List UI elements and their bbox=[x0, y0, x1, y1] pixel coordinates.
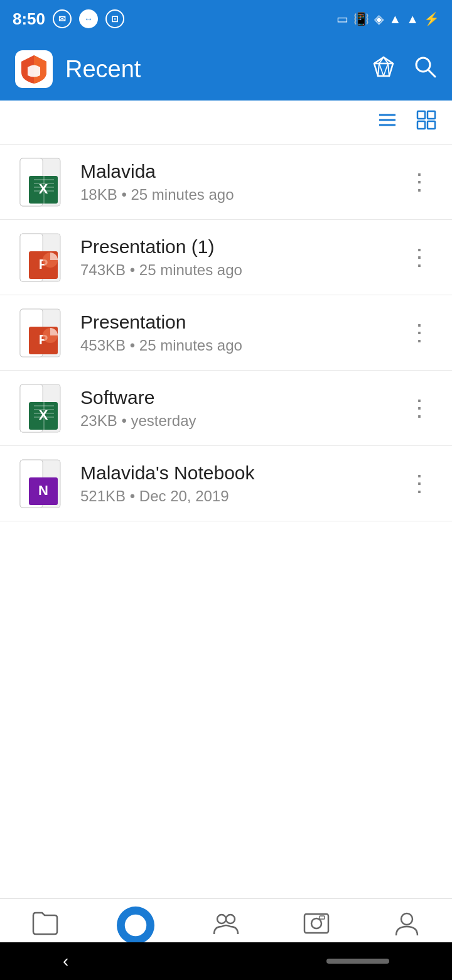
svg-point-54 bbox=[226, 915, 235, 923]
more-options-button[interactable]: ⋮ bbox=[402, 238, 437, 277]
svg-rect-57 bbox=[320, 916, 325, 919]
grid-view-icon[interactable] bbox=[416, 109, 437, 136]
file-meta: 23KB • yesterday bbox=[80, 412, 402, 430]
folder-icon bbox=[28, 906, 62, 940]
app-bar: Recent bbox=[0, 38, 452, 101]
more-options-button[interactable]: ⋮ bbox=[402, 389, 437, 428]
status-right-icons: ▭ 📳 ◈ ▲ ▲ ⚡ bbox=[336, 11, 439, 26]
svg-rect-15 bbox=[417, 121, 425, 129]
file-item[interactable]: N Malavida's Notebook 521KB • Dec 20, 20… bbox=[0, 446, 452, 521]
svg-rect-21 bbox=[34, 195, 45, 204]
system-nav-bar: ‹ bbox=[0, 942, 452, 980]
svg-line-7 bbox=[384, 63, 388, 76]
clock: 8:50 bbox=[13, 9, 45, 29]
people-icon bbox=[209, 906, 243, 940]
svg-rect-16 bbox=[428, 121, 435, 129]
battery-icon: ⚡ bbox=[424, 11, 439, 26]
signal-icon: ▲ bbox=[406, 12, 419, 26]
file-item[interactable]: X Software 23KB • yesterday ⋮ bbox=[0, 371, 452, 446]
file-info: Malavida's Notebook 521KB • Dec 20, 2019 bbox=[80, 462, 402, 505]
file-info: Presentation 453KB • 25 minutes ago bbox=[80, 312, 402, 354]
person-icon bbox=[390, 906, 424, 940]
svg-marker-0 bbox=[374, 57, 393, 76]
page-title: Recent bbox=[65, 56, 359, 83]
back-button[interactable]: ‹ bbox=[63, 951, 68, 971]
file-item[interactable]: P Presentation 453KB • 25 minutes ago ⋮ bbox=[0, 295, 452, 371]
photo-icon bbox=[299, 906, 333, 940]
svg-point-56 bbox=[311, 918, 321, 928]
more-options-button[interactable]: ⋮ bbox=[402, 464, 437, 503]
nav-icon: ◈ bbox=[374, 11, 384, 26]
svg-line-5 bbox=[388, 63, 389, 76]
svg-point-53 bbox=[217, 915, 226, 923]
home-indicator[interactable] bbox=[326, 959, 389, 964]
file-item[interactable]: P Presentation (1) 743KB • 25 minutes ag… bbox=[0, 220, 452, 295]
file-icon: N bbox=[15, 459, 65, 509]
file-icon: P bbox=[15, 232, 65, 283]
svg-point-58 bbox=[401, 913, 412, 925]
file-info: Malavida 18KB • 25 minutes ago bbox=[80, 161, 402, 204]
svg-line-4 bbox=[378, 63, 379, 76]
svg-line-6 bbox=[379, 63, 384, 76]
file-item[interactable]: X Malavida 18KB • 25 minutes ago ⋮ bbox=[0, 144, 452, 220]
file-meta: 743KB • 25 minutes ago bbox=[80, 261, 402, 279]
svg-line-9 bbox=[428, 70, 435, 77]
file-info: Software 23KB • yesterday bbox=[80, 387, 402, 430]
wifi-icon: ▲ bbox=[389, 12, 401, 26]
toolbar bbox=[0, 101, 452, 144]
file-list: X Malavida 18KB • 25 minutes ago ⋮ P bbox=[0, 144, 452, 647]
cast-icon: ▭ bbox=[336, 11, 348, 26]
file-name: Presentation bbox=[80, 312, 402, 333]
file-name: Malavida bbox=[80, 161, 402, 182]
svg-rect-14 bbox=[428, 111, 435, 119]
file-meta: 521KB • Dec 20, 2019 bbox=[80, 487, 402, 505]
status-bar: 8:50 ✉ ↔ ⊡ ▭ 📳 ◈ ▲ ▲ ⚡ bbox=[0, 0, 452, 38]
message-icon: ✉ bbox=[53, 9, 72, 28]
screenshot-icon: ⊡ bbox=[105, 9, 124, 28]
file-icon: X bbox=[15, 383, 65, 433]
vpn-icon: ↔ bbox=[79, 9, 98, 28]
svg-text:N: N bbox=[38, 482, 48, 498]
app-logo bbox=[15, 50, 53, 88]
file-meta: 453KB • 25 minutes ago bbox=[80, 337, 402, 354]
more-options-button[interactable]: ⋮ bbox=[402, 313, 437, 352]
vibrate-icon: 📳 bbox=[353, 11, 369, 26]
search-icon[interactable] bbox=[413, 55, 437, 84]
file-meta: 18KB • 25 minutes ago bbox=[80, 186, 402, 204]
file-icon: P bbox=[15, 308, 65, 358]
svg-rect-13 bbox=[417, 111, 425, 119]
more-options-button[interactable]: ⋮ bbox=[402, 163, 437, 202]
diamond-icon[interactable] bbox=[372, 55, 396, 84]
app-bar-actions bbox=[372, 55, 437, 84]
file-name: Presentation (1) bbox=[80, 236, 402, 258]
file-info: Presentation (1) 743KB • 25 minutes ago bbox=[80, 236, 402, 279]
list-view-icon[interactable] bbox=[377, 109, 398, 136]
clock-icon bbox=[117, 906, 154, 944]
file-name: Malavida's Notebook bbox=[80, 462, 402, 484]
file-name: Software bbox=[80, 387, 402, 408]
file-icon: X bbox=[15, 157, 65, 207]
